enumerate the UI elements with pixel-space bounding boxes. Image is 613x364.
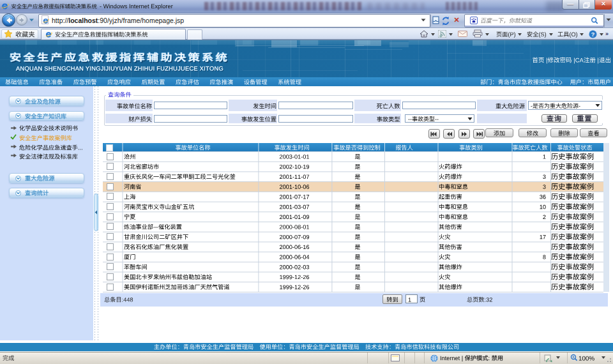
svg-text:?: ?	[591, 31, 595, 38]
